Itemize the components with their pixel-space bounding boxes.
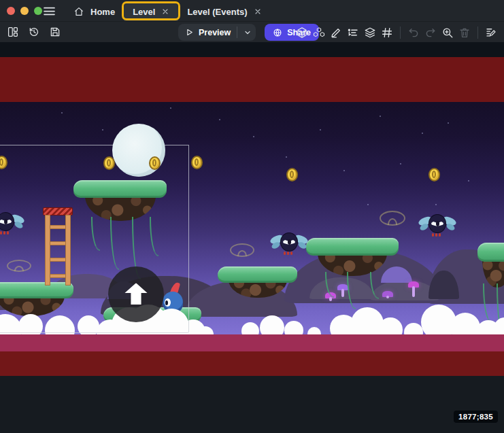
star bbox=[219, 119, 220, 120]
star bbox=[320, 129, 321, 131]
player-pupil bbox=[165, 300, 168, 305]
bat-feet bbox=[435, 233, 437, 237]
cave-outline-arc bbox=[388, 218, 398, 225]
star bbox=[286, 156, 287, 158]
bat-enemy-instance[interactable] bbox=[0, 210, 24, 236]
bat-feet bbox=[439, 233, 441, 237]
grid-button[interactable] bbox=[381, 27, 393, 39]
titlebar: HomeLevelLevel (Events) bbox=[0, 0, 504, 21]
scene-background-band bbox=[0, 42, 504, 57]
coin-instance[interactable] bbox=[191, 156, 203, 169]
ladder-rung bbox=[50, 225, 66, 229]
camera-border-bottom bbox=[0, 332, 188, 333]
preview-button[interactable]: Preview bbox=[178, 24, 256, 41]
platform-instance[interactable] bbox=[73, 180, 167, 224]
mushroom-stem bbox=[386, 296, 389, 298]
mushroom-stem bbox=[329, 297, 332, 301]
cave-outline-arc bbox=[14, 266, 24, 271]
star bbox=[170, 107, 171, 109]
bat-feet bbox=[290, 252, 292, 255]
platform-grass bbox=[477, 243, 504, 262]
toolbar-right-group bbox=[296, 22, 497, 43]
scene-editor-canvas[interactable]: 1877;835 bbox=[0, 42, 504, 433]
tab-home[interactable]: Home bbox=[65, 2, 124, 21]
mushroom-stem bbox=[412, 286, 415, 297]
star bbox=[448, 122, 449, 124]
chevron-down-icon[interactable] bbox=[243, 29, 252, 37]
tab-bar: HomeLevelLevel (Events) bbox=[65, 0, 271, 21]
bat-pupil bbox=[288, 239, 291, 245]
traffic-light-minimize[interactable] bbox=[20, 7, 29, 15]
globe-icon bbox=[273, 28, 282, 37]
bat-enemy-instance[interactable] bbox=[270, 230, 308, 256]
mushroom-stem bbox=[341, 289, 344, 297]
traffic-light-maximize[interactable] bbox=[34, 7, 42, 15]
edit-button[interactable] bbox=[330, 27, 342, 39]
bat-enemy-instance[interactable] bbox=[418, 212, 456, 238]
button-divider bbox=[237, 27, 237, 38]
tab-label: Home bbox=[90, 7, 115, 17]
cave-outline-decor bbox=[380, 211, 405, 226]
edit-scene-button[interactable] bbox=[485, 27, 497, 39]
ladder-instance[interactable] bbox=[43, 207, 73, 285]
platform-instance[interactable] bbox=[0, 282, 73, 319]
bat-feet bbox=[0, 231, 2, 235]
object-groups-button[interactable] bbox=[313, 27, 325, 39]
bat-feet bbox=[432, 233, 434, 237]
menu-icon[interactable] bbox=[42, 4, 56, 18]
up-arrow-icon bbox=[124, 283, 148, 305]
scene-foreground-band bbox=[0, 351, 504, 376]
coin-slot bbox=[152, 159, 156, 167]
objects-button[interactable] bbox=[296, 27, 308, 39]
app-window: HomeLevelLevel (Events) Preview Share 18… bbox=[0, 0, 504, 433]
instances-button[interactable] bbox=[347, 27, 359, 39]
history-button[interactable] bbox=[28, 26, 40, 38]
bat-feet bbox=[3, 231, 5, 235]
undo-button[interactable] bbox=[407, 27, 420, 39]
toolbar-left-group bbox=[7, 26, 61, 38]
scene-background-band bbox=[0, 57, 504, 102]
mushroom-decor bbox=[337, 284, 348, 298]
toolbar-divider bbox=[477, 27, 478, 39]
bat-feet bbox=[284, 252, 286, 255]
ladder-rail bbox=[65, 215, 71, 285]
layers-button[interactable] bbox=[364, 27, 376, 39]
traffic-light-close[interactable] bbox=[7, 7, 15, 15]
home-icon bbox=[73, 6, 84, 17]
window-controls bbox=[7, 7, 42, 15]
star bbox=[367, 204, 369, 205]
star bbox=[435, 204, 437, 205]
cave-outline-decor bbox=[230, 243, 254, 257]
tab-close-icon[interactable] bbox=[254, 7, 262, 16]
tab-level-events[interactable]: Level (Events) bbox=[178, 2, 270, 21]
star bbox=[380, 116, 381, 117]
jump-control-button[interactable] bbox=[108, 266, 164, 322]
toolbar: Preview Share bbox=[0, 21, 504, 42]
tab-level[interactable]: Level bbox=[124, 2, 178, 21]
redo-button[interactable] bbox=[424, 27, 437, 39]
scene-foreground-band bbox=[0, 376, 504, 433]
coin-slot bbox=[107, 159, 111, 167]
cave-outline-arc bbox=[237, 250, 247, 256]
trash-button[interactable] bbox=[458, 27, 471, 39]
mushroom-decor bbox=[382, 291, 393, 299]
save-button[interactable] bbox=[49, 26, 61, 38]
coin-instance[interactable] bbox=[103, 156, 115, 170]
preview-button-label: Preview bbox=[199, 28, 231, 37]
coin-instance[interactable] bbox=[286, 168, 298, 181]
platform-instance[interactable] bbox=[477, 243, 504, 290]
coin-instance[interactable] bbox=[429, 168, 440, 181]
cursor-coordinates: 1877;835 bbox=[454, 411, 498, 423]
ladder-rung bbox=[50, 258, 66, 262]
tab-close-icon[interactable] bbox=[161, 7, 169, 16]
star bbox=[102, 129, 103, 131]
coin-instance[interactable] bbox=[149, 156, 161, 170]
platform-instance[interactable] bbox=[306, 238, 399, 279]
bat-feet bbox=[287, 252, 289, 255]
platform-grass bbox=[306, 238, 399, 256]
play-icon bbox=[185, 28, 194, 37]
star bbox=[468, 180, 469, 181]
platform-instance[interactable] bbox=[218, 266, 297, 300]
zoom-in-button[interactable] bbox=[441, 27, 454, 39]
panels-button[interactable] bbox=[7, 26, 19, 38]
